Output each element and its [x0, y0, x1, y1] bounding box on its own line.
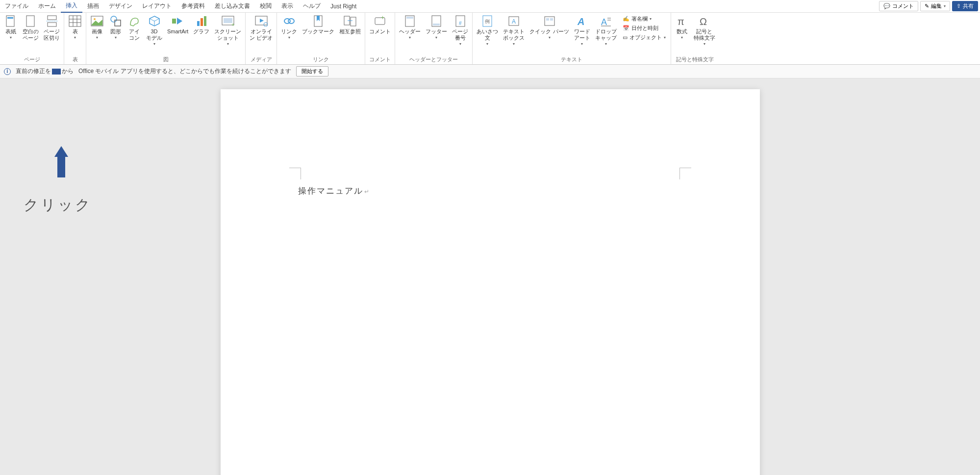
chevron-down-icon: ▾: [153, 42, 155, 46]
cover-page-button[interactable]: 表紙▾: [2, 14, 20, 41]
page-break-label: ページ 区切り: [44, 28, 60, 41]
chevron-down-icon: ▾: [10, 35, 12, 40]
comment-label: コメント: [892, 2, 914, 10]
screenshot-button[interactable]: + スクリーン ショット▾: [212, 14, 243, 47]
document-body-text[interactable]: 操作マニュアル↵: [298, 185, 370, 197]
chevron-down-icon: ▾: [513, 42, 515, 46]
screenshot-label: スクリーン ショット: [214, 28, 241, 41]
chevron-down-icon: ▾: [288, 35, 290, 40]
footer-button[interactable]: フッター▾: [424, 14, 449, 41]
svg-marker-31: [317, 16, 320, 21]
page-number-icon: #: [454, 15, 467, 27]
comment-button[interactable]: 💬コメント: [879, 1, 918, 11]
tab-home[interactable]: ホーム: [33, 0, 61, 13]
chevron-down-icon: ▾: [704, 42, 705, 46]
svg-rect-47: [545, 17, 554, 25]
symbol-button[interactable]: Ω 記号と 特殊文字▾: [692, 14, 717, 47]
icons-button[interactable]: アイ コン: [126, 14, 143, 42]
chevron-down-icon: ▾: [944, 4, 946, 8]
dropcap-button[interactable]: A ドロップ キャップ▾: [593, 14, 619, 47]
svg-text:A: A: [601, 17, 607, 27]
tab-layout[interactable]: レイアウト: [137, 0, 176, 13]
annotation-arrow: [55, 146, 67, 176]
wordart-button[interactable]: A ワード アート▾: [572, 14, 592, 47]
page-break-button[interactable]: ページ 区切り: [42, 14, 62, 42]
greeting-label: あいさつ 文: [477, 28, 498, 41]
document-canvas[interactable]: 操作マニュアル↵ クリック: [0, 78, 980, 475]
table-button[interactable]: 表▾: [66, 14, 84, 41]
table-icon: [69, 15, 81, 27]
smartart-label: SmartArt: [167, 28, 188, 35]
shapes-button[interactable]: 図形▾: [107, 14, 125, 41]
chevron-down-icon: ▾: [96, 35, 98, 40]
bookmark-button[interactable]: ブックマーク: [300, 14, 336, 36]
tab-mailings[interactable]: 差し込み文書: [210, 0, 255, 13]
chevron-down-icon: ▾: [581, 42, 583, 46]
pictures-button[interactable]: 画像▾: [88, 14, 106, 41]
signature-button[interactable]: ✍署名欄▾: [621, 15, 668, 23]
quickparts-button[interactable]: クイック パーツ▾: [528, 14, 571, 41]
tab-view[interactable]: 表示: [276, 0, 298, 13]
link-button[interactable]: リンク▾: [279, 14, 299, 41]
tab-review[interactable]: 校閲: [255, 0, 276, 13]
smartart-icon: [172, 15, 184, 27]
page-number-button[interactable]: # ページ 番号▾: [450, 14, 470, 47]
edit-mode-button[interactable]: ✎編集▾: [920, 1, 950, 11]
chart-label: グラフ: [193, 28, 209, 35]
object-button[interactable]: ▭オブジェクト▾: [621, 33, 668, 42]
crossref-button[interactable]: 相互参照: [337, 14, 363, 36]
chevron-down-icon: ▾: [664, 35, 666, 40]
svg-point-12: [94, 18, 96, 20]
online-video-button[interactable]: オンライ ン ビデオ: [248, 14, 275, 42]
svg-rect-19: [197, 21, 200, 26]
margin-corner-tr: [679, 168, 691, 179]
tab-draw[interactable]: 描画: [82, 0, 104, 13]
textbox-button[interactable]: A テキスト ボックス▾: [501, 14, 527, 47]
comment-icon: 💬: [883, 3, 890, 9]
group-headerfooter: ヘッダー▾ フッター▾ # ページ 番号▾ ヘッダーとフッター: [395, 13, 473, 64]
equation-label: 数式: [677, 28, 687, 35]
group-illustrations: 画像▾ 図形▾ アイ コン 3D モデル▾ SmartArt グラフ: [86, 13, 246, 64]
tab-justright[interactable]: Just Right: [326, 0, 361, 13]
start-button[interactable]: 開始する: [296, 66, 328, 76]
group-headerfooter-label: ヘッダーとフッター: [397, 55, 470, 64]
equation-button[interactable]: π 数式▾: [673, 14, 691, 41]
tab-file[interactable]: ファイル: [0, 0, 33, 13]
svg-text:+: +: [231, 22, 234, 26]
svg-rect-3: [48, 16, 56, 20]
blank-page-button[interactable]: 空白の ページ: [21, 14, 41, 42]
tab-references[interactable]: 参考資料: [176, 0, 210, 13]
header-icon: [403, 15, 416, 27]
svg-text:Ω: Ω: [700, 16, 707, 27]
datetime-button[interactable]: 📅日付と時刻: [621, 24, 668, 32]
video-icon: [255, 15, 268, 27]
quickparts-icon: [543, 15, 556, 27]
chart-button[interactable]: グラフ: [191, 14, 211, 36]
new-comment-button[interactable]: + コメント: [367, 14, 393, 36]
crossref-label: 相互参照: [339, 28, 361, 35]
tab-insert[interactable]: 挿入: [61, 0, 82, 13]
3d-models-button[interactable]: 3D モデル▾: [144, 14, 164, 47]
wordart-label: ワード アート: [574, 28, 590, 41]
chevron-down-icon: ▾: [115, 35, 117, 40]
group-comments-label: コメント: [367, 55, 393, 64]
page-break-icon: [46, 15, 58, 27]
tab-help[interactable]: ヘルプ: [298, 0, 326, 13]
arrow-shaft: [57, 157, 65, 177]
group-tables: 表▾ 表: [64, 13, 86, 64]
share-button[interactable]: ⇧共有: [952, 1, 978, 11]
cube-icon: [148, 15, 161, 27]
header-button[interactable]: ヘッダー▾: [397, 14, 423, 41]
chevron-down-icon: ▾: [549, 35, 551, 40]
pencil-icon: ✎: [925, 3, 929, 9]
tab-design[interactable]: デザイン: [104, 0, 137, 13]
svg-rect-33: [351, 17, 356, 26]
svg-rect-4: [48, 23, 56, 26]
document-page[interactable]: 操作マニュアル↵: [221, 89, 760, 475]
ribbon: 表紙▾ 空白の ページ ページ 区切り ページ 表▾ 表: [0, 13, 980, 65]
svg-marker-18: [177, 18, 182, 25]
info-icon: i: [4, 68, 11, 75]
group-comments: + コメント コメント: [365, 13, 395, 64]
greeting-button[interactable]: 例 あいさつ 文▾: [475, 14, 500, 47]
smartart-button[interactable]: SmartArt: [165, 14, 190, 36]
